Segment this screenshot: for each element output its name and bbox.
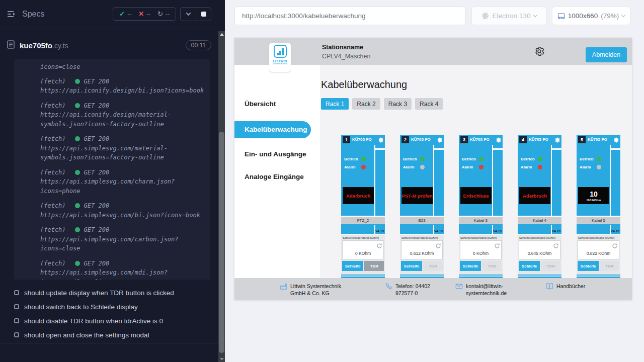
- log-entry[interactable]: (fetch)GET 200 https://api.simplesvg.com…: [40, 201, 208, 220]
- station-label: Stationsname: [322, 44, 370, 51]
- test-item[interactable]: should disable TDR button when tdrActive…: [14, 314, 210, 328]
- log-entry[interactable]: (fetch)GET 200 https://api.iconify.desig…: [40, 101, 208, 129]
- card-settings-icon[interactable]: [495, 136, 502, 143]
- lcd-text: Aderbruch: [523, 193, 547, 199]
- lcd-text: Aderbruch: [346, 193, 370, 199]
- betrieb-label: Betrieb: [462, 157, 476, 161]
- browser-select[interactable]: Electron 130: [471, 7, 547, 25]
- measure-value: 0 KOhm: [343, 251, 383, 256]
- stop-button[interactable]: [196, 8, 211, 21]
- viewport-indicator[interactable]: 1000x660 (79%): [552, 7, 630, 25]
- divider: [611, 148, 620, 150]
- footer-manuals[interactable]: Handbücher: [546, 283, 585, 290]
- measurement-panel: Schleifenwiderstand [kOhm] 0 KOhm Schlei…: [341, 234, 385, 275]
- card-settings-icon[interactable]: [554, 136, 560, 143]
- log-entry[interactable]: (fetch)GET 200 https://api.simplesvg.com…: [40, 259, 208, 280]
- settings-gear-icon[interactable]: [534, 46, 545, 57]
- lcd-unit: ISO MOhm: [587, 199, 601, 202]
- test-timer: 00:11: [186, 40, 211, 50]
- scrollbar-thumb[interactable]: [219, 132, 224, 353]
- card-number-badge: 5: [578, 136, 586, 143]
- test-list: should update display when TDR button is…: [14, 286, 210, 342]
- schleife-button[interactable]: Schleife: [342, 261, 363, 271]
- manuals-label[interactable]: Handbücher: [556, 283, 585, 290]
- logo-text: LITTWIN: [273, 59, 287, 63]
- card-model-label: KÜ705-FO: [588, 137, 607, 142]
- status-leds: Betrieb Alarm: [403, 155, 425, 171]
- scroll-up-button[interactable]: [218, 31, 225, 37]
- tdr-button[interactable]: TDR: [364, 261, 384, 271]
- tdr-button[interactable]: TDR: [541, 261, 560, 271]
- spec-file-name: kue705fo.cy.ts: [20, 41, 68, 50]
- lcd-display: Aderbruch: [343, 187, 374, 204]
- specs-label[interactable]: Specs: [22, 10, 44, 19]
- command-log[interactable]: icons=close (fetch)GET 200 https://api.i…: [14, 59, 210, 280]
- lcd-text: 10: [590, 190, 598, 198]
- company-name: Littwin Systemtechnik GmbH & Co. KG: [290, 283, 352, 297]
- sidebar-item-ein-und-ausgaenge[interactable]: Ein- und Ausgänge: [234, 149, 320, 159]
- alarm-label: Alarm: [403, 165, 417, 169]
- scroll-down-button[interactable]: [218, 356, 225, 362]
- refresh-icon[interactable]: [612, 242, 618, 248]
- log-partial-line: icons=close: [40, 62, 208, 72]
- preview-pane: Electron 130 1000x660 (79%) Stationsname…: [225, 0, 644, 362]
- version-band: V4.19: [518, 225, 561, 234]
- pending-count: --: [166, 11, 170, 18]
- reporter-scrollbar[interactable]: [218, 31, 225, 362]
- status-dot-icon: [75, 79, 80, 84]
- url-input[interactable]: [234, 7, 466, 25]
- betrieb-led: [361, 157, 366, 161]
- betrieb-label: Betrieb: [403, 157, 417, 161]
- app-sidebar: Übersicht Kabelüberwachung Ein- und Ausg…: [234, 65, 320, 278]
- scroll-up-icon: [220, 33, 224, 36]
- log-entry[interactable]: (fetch)GET 200 https://api.simplesvg.com…: [40, 225, 208, 253]
- refresh-icon[interactable]: [376, 242, 382, 248]
- schleife-button[interactable]: Schleife: [578, 261, 599, 271]
- email-icon: [455, 283, 463, 290]
- test-item[interactable]: should update display when TDR button is…: [14, 286, 210, 300]
- email-address[interactable]: kontakt@littwin-systemtechnik.de: [466, 283, 510, 297]
- test-item[interactable]: should switch back to Schleife display: [14, 300, 210, 314]
- log-entry[interactable]: (fetch)GET 200 https://api.iconify.desig…: [40, 77, 208, 96]
- test-item[interactable]: should open and close the settings modal: [14, 328, 210, 342]
- tdr-button[interactable]: TDR: [423, 261, 443, 271]
- sidebar-item-kabelueberwachung[interactable]: Kabelüberwachung: [234, 121, 311, 138]
- card-settings-icon[interactable]: [613, 136, 619, 143]
- schleife-button[interactable]: Schleife: [460, 261, 481, 271]
- card-model-label: KÜ705-FO: [352, 137, 372, 142]
- tab-rack-2[interactable]: Rack 2: [352, 98, 380, 110]
- measure-value: 0 KOhm: [460, 251, 501, 256]
- cable-name: FTZ_2: [341, 216, 385, 224]
- alarm-label: Alarm: [344, 165, 358, 169]
- measure-label: Schleifenwiderstand [kOhm]: [343, 236, 384, 239]
- card-settings-icon[interactable]: [377, 136, 384, 143]
- firmware-version: V4.19: [493, 229, 502, 233]
- phone-number[interactable]: Telefon: 04402 972577-0: [395, 283, 442, 297]
- log-entry[interactable]: (fetch)GET 200 https://api.simplesvg.com…: [40, 168, 208, 196]
- collapse-button[interactable]: [181, 8, 196, 21]
- chevron-down-icon: [533, 13, 537, 17]
- schleife-button[interactable]: Schleife: [401, 261, 422, 271]
- sidebar-item-analoge-eingaenge[interactable]: Analoge Eingänge: [234, 172, 320, 182]
- log-url: https://api.simplesvg.com/carbon.json?ic…: [40, 235, 209, 253]
- specs-menu-icon[interactable]: [7, 10, 17, 18]
- refresh-icon[interactable]: [494, 242, 500, 248]
- log-entry[interactable]: (fetch)GET 200 https://api.simplesvg.com…: [40, 134, 208, 162]
- tdr-button[interactable]: TDR: [600, 261, 619, 271]
- card-settings-icon[interactable]: [436, 136, 443, 143]
- run-controls: [180, 7, 211, 21]
- logout-button[interactable]: Abmelden: [586, 47, 627, 62]
- spec-file-row[interactable]: kue705fo.cy.ts 00:11: [7, 36, 211, 54]
- measurement-panel: Schleifenwiderstand [kOhm] 0.612 KOhm Sc…: [400, 234, 444, 275]
- schleife-button[interactable]: Schleife: [519, 261, 540, 271]
- tab-rack-1[interactable]: Rack 1: [321, 98, 349, 110]
- tab-rack-4[interactable]: Rack 4: [415, 98, 443, 110]
- tdr-button[interactable]: TDR: [482, 261, 502, 271]
- sidebar-item-uebersicht[interactable]: Übersicht: [234, 99, 320, 109]
- alarm-label: Alarm: [462, 165, 476, 169]
- tab-rack-3[interactable]: Rack 3: [384, 98, 412, 110]
- divider: [493, 148, 503, 150]
- refresh-icon[interactable]: [553, 242, 559, 248]
- device-card-3: 3 KÜ705-FO Betrieb Alarm Erdschluss Kabe…: [459, 135, 503, 278]
- refresh-icon[interactable]: [435, 242, 441, 248]
